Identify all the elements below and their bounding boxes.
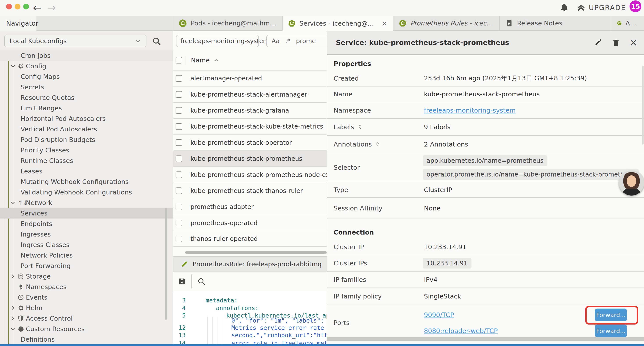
sidebar-item-vertical-pod-autoscalers[interactable]: Vertical Pod Autoscalers (0, 124, 173, 134)
row-checkbox[interactable] (176, 236, 182, 242)
sidebar-item-ingress-classes[interactable]: Ingress Classes (0, 240, 173, 250)
editor-tab-prometheusrule[interactable]: PrometheusRule: freeleaps-prod-rabbitmq (174, 257, 326, 272)
table-row-kube-prometheus-stack-prometheus-node-expor[interactable]: kube-prometheus-stack-prometheus-node-ex… (174, 166, 326, 182)
sidebar-item-mutating-webhook-configurations[interactable]: Mutating Webhook Configurations (0, 177, 173, 187)
sidebar-item-ingresses[interactable]: Ingresses (0, 229, 173, 240)
port-link[interactable]: 9090/TCP (424, 311, 454, 319)
row-checkbox[interactable] (176, 204, 182, 210)
yaml-editor[interactable]: 3 metadata:4 annotations:5 kubectl.kuber… (174, 291, 326, 344)
sidebar-item-secrets[interactable]: Secrets (0, 82, 173, 92)
forward-arrow-icon[interactable]: → (48, 2, 62, 13)
sidebar-item-helm[interactable]: Helm (0, 303, 173, 313)
notification-count-badge[interactable]: 15 (630, 0, 641, 12)
table-row-alertmanager-operated[interactable]: alertmanager-operated (174, 70, 326, 86)
row-checkbox[interactable] (176, 139, 182, 146)
window-tab-2[interactable]: Services - icecheng@math...× (282, 16, 393, 31)
name-column-header[interactable]: Name (191, 56, 219, 64)
table-row-kube-prometheus-stack-grafana[interactable]: kube-prometheus-stack-grafana (174, 102, 326, 118)
row-checkbox[interactable] (176, 75, 182, 82)
sidebar-item-config-maps[interactable]: Config Maps (0, 71, 173, 82)
sidebar-item-port-forwarding[interactable]: Port Forwarding (0, 261, 173, 271)
sidebar-item-access-control[interactable]: Access Control (0, 313, 173, 324)
sidebar-item-events[interactable]: Events (0, 292, 173, 303)
sidebar-item-namespaces[interactable]: Namespaces (0, 282, 173, 292)
sidebar-item-config[interactable]: Config (0, 61, 173, 71)
sidebar-item-resource-quotas[interactable]: Resource Quotas (0, 92, 173, 103)
select-all-checkbox[interactable] (176, 57, 182, 63)
search-input[interactable]: prome (296, 37, 316, 45)
detail-bottom-scrollbar[interactable] (327, 337, 644, 341)
table-row-prometheus-operated[interactable]: prometheus-operated (174, 215, 326, 231)
detail-row-cluster-ips: Cluster IPs10.233.14.91 (327, 255, 644, 272)
service-name: kube-prometheus-stack-thanos-ruler (190, 187, 303, 194)
namespace-filter-dropdown[interactable]: freeleaps-monitoring-system (176, 35, 259, 47)
row-checkbox[interactable] (176, 187, 182, 194)
sidebar-item-network-policies[interactable]: Network Policies (0, 250, 173, 261)
detail-value: 253d 16h 6m ago (2025年1月13日 GMT+8 1:25:3… (424, 74, 587, 83)
zoom-window-icon[interactable] (23, 4, 29, 9)
sidebar-item-runtime-classes[interactable]: Runtime Classes (0, 155, 173, 166)
line-number: 3 (174, 297, 186, 304)
sidebar-item-validating-webhook-configurations[interactable]: Validating Webhook Configurations (0, 187, 173, 198)
row-checkbox[interactable] (176, 107, 182, 114)
close-tab-icon[interactable]: × (382, 19, 387, 27)
table-row-kube-prometheus-stack-kube-state-metrics[interactable]: kube-prometheus-stack-kube-state-metrics (174, 118, 326, 134)
navigator-panel-tab[interactable]: Navigator (0, 16, 36, 31)
sidebar-item-storage[interactable]: Storage (0, 271, 173, 282)
edit-pencil-icon[interactable] (593, 38, 602, 47)
row-checkbox[interactable] (176, 91, 182, 98)
kubernetes-icon (179, 19, 187, 27)
sidebar-item-network[interactable]: ↑↓Network (0, 198, 173, 208)
table-row-kube-prometheus-stack-thanos-ruler[interactable]: kube-prometheus-stack-thanos-ruler (174, 183, 326, 199)
sidebar-item-endpoints[interactable]: Endpoints (0, 219, 173, 229)
window-tab-5[interactable]: Argo Se (611, 16, 644, 31)
upgrade-label: UPGRADE (589, 3, 626, 12)
expander-icon[interactable] (375, 141, 380, 147)
kubeconfig-selector[interactable]: Local Kubeconfigs (4, 34, 146, 47)
regex-toggle[interactable]: .* (285, 37, 290, 45)
row-checkbox[interactable] (176, 155, 182, 162)
sidebar-item-cron-jobs[interactable]: Cron Jobs (0, 50, 173, 61)
table-row-kube-prometheus-stack-alertmanager[interactable]: kube-prometheus-stack-alertmanager (174, 86, 326, 102)
notifications-bell-icon[interactable] (560, 3, 569, 13)
port-link[interactable]: 8080:reloader-web/TCP (424, 327, 498, 335)
window-tab-3[interactable]: Prometheus Rules - icecheng... (393, 16, 499, 31)
window-tab-4[interactable]: Release Notes (499, 16, 611, 31)
delete-trash-icon[interactable] (611, 38, 620, 47)
sidebar-item-priority-classes[interactable]: Priority Classes (0, 145, 173, 155)
window-tab-1[interactable]: Pods - icecheng@mathmas... (173, 16, 282, 31)
close-panel-icon[interactable]: × (629, 38, 638, 47)
case-sensitive-toggle[interactable]: Aa (272, 37, 280, 45)
minimize-window-icon[interactable] (15, 4, 20, 9)
detail-label: IP families (334, 276, 366, 283)
user-avatar[interactable] (619, 171, 644, 196)
sidebar-item-services[interactable]: Services (0, 208, 173, 219)
save-icon[interactable] (178, 277, 186, 286)
expander-icon[interactable] (357, 124, 363, 130)
horizontal-scrollbar[interactable] (185, 251, 326, 254)
sidebar-item-limit-ranges[interactable]: Limit Ranges (0, 103, 173, 113)
resource-search-box[interactable]: Aa .* prome (266, 35, 326, 47)
back-arrow-icon[interactable]: ← (33, 2, 48, 13)
row-checkbox[interactable] (176, 220, 182, 226)
close-window-icon[interactable] (6, 4, 12, 9)
sidebar-item-leases[interactable]: Leases (0, 166, 173, 177)
upgrade-button[interactable]: UPGRADE (576, 3, 626, 12)
table-row-kube-prometheus-stack-prometheus[interactable]: kube-prometheus-stack-prometheus (174, 150, 326, 166)
sidebar-search-icon[interactable] (152, 36, 161, 46)
sidebar-item-custom-resources[interactable]: Custom Resources (0, 324, 173, 334)
editor-search-icon[interactable] (197, 277, 206, 286)
forward-button[interactable]: Forward... (595, 325, 627, 337)
sidebar-scrollbar[interactable] (165, 208, 167, 320)
sidebar-item-definitions[interactable]: Definitions (0, 334, 173, 345)
row-checkbox[interactable] (176, 123, 182, 130)
table-row-thanos-ruler-operated[interactable]: thanos-ruler-operated (174, 231, 326, 247)
detail-scrollbar[interactable] (642, 66, 644, 145)
row-checkbox[interactable] (176, 171, 182, 178)
table-row-kube-prometheus-stack-operator[interactable]: kube-prometheus-stack-operator (174, 134, 326, 150)
sidebar-item-horizontal-pod-autoscalers[interactable]: Horizontal Pod Autoscalers (0, 113, 173, 124)
table-row-prometheus-adapter[interactable]: prometheus-adapter (174, 199, 326, 215)
sidebar-item-pod-disruption-budgets[interactable]: Pod Disruption Budgets (0, 134, 173, 145)
editor-line-12: 12 Metrics service error rate is {{ $va (174, 324, 326, 331)
detail-link[interactable]: freeleaps-monitoring-system (424, 107, 516, 114)
